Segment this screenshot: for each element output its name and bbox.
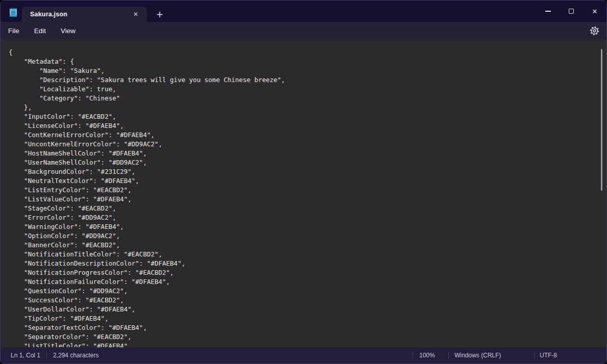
editor-area[interactable]: { "Metadata": { "Name": "Sakura", "Descr… <box>1 39 606 347</box>
character-count: 2,294 characters <box>53 347 98 363</box>
new-tab-button[interactable]: + <box>153 8 166 20</box>
minimize-icon <box>545 11 551 11</box>
vertical-scrollbar[interactable] <box>601 49 602 191</box>
menu-file[interactable]: File <box>3 24 25 37</box>
close-icon: ✕ <box>592 8 598 15</box>
menu-view[interactable]: View <box>55 24 81 37</box>
tab-title: Sakura.json <box>30 11 67 18</box>
close-button[interactable]: ✕ <box>583 1 606 22</box>
statusbar-divider <box>448 352 449 359</box>
tab-sakura-json[interactable]: Sakura.json ✕ <box>22 7 147 22</box>
statusbar-divider <box>46 352 47 359</box>
minimize-button[interactable] <box>536 1 560 22</box>
settings-button[interactable] <box>587 24 602 37</box>
titlebar: Sakura.json ✕ + ✕ <box>1 1 606 22</box>
maximize-button[interactable] <box>560 1 583 22</box>
statusbar-divider <box>534 352 535 359</box>
tab-close-icon[interactable]: ✕ <box>130 9 142 20</box>
zoom-level[interactable]: 100% <box>419 347 435 363</box>
editor-text[interactable]: { "Metadata": { "Name": "Sakura", "Descr… <box>1 39 606 347</box>
maximize-icon <box>569 9 574 14</box>
status-bar: Ln 1, Col 1 2,294 characters 100% Window… <box>1 347 606 363</box>
statusbar-divider <box>413 352 413 359</box>
window-controls: ✕ <box>536 1 606 22</box>
line-ending[interactable]: Windows (CRLF) <box>454 347 501 363</box>
cursor-position: Ln 1, Col 1 <box>11 347 40 363</box>
menu-edit[interactable]: Edit <box>29 24 52 37</box>
encoding[interactable]: UTF-8 <box>540 347 557 363</box>
notepad-app-icon <box>8 6 19 18</box>
notepad-icon <box>8 7 18 18</box>
menubar: File Edit View <box>1 22 606 39</box>
notepad-window: Sakura.json ✕ + ✕ File Edit View <box>0 0 607 364</box>
gear-icon <box>590 26 599 36</box>
